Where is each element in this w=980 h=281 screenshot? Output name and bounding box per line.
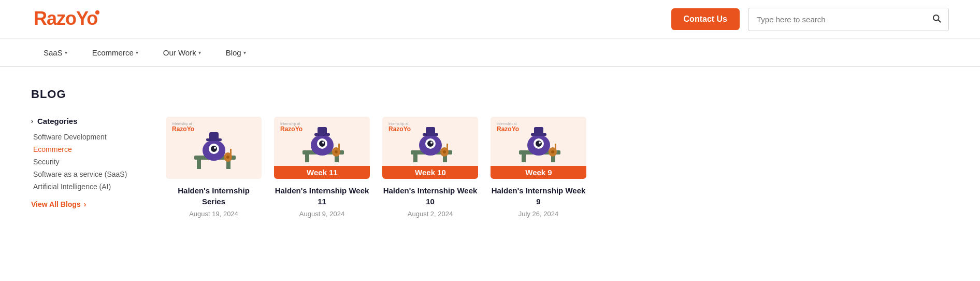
svg-rect-64 <box>534 127 543 135</box>
svg-point-50 <box>443 150 446 153</box>
svg-point-18 <box>226 156 229 159</box>
svg-point-44 <box>427 140 434 147</box>
card-date-series: August 19, 2024 <box>166 210 262 218</box>
blog-title: BLOG <box>31 88 949 101</box>
svg-point-61 <box>536 140 542 147</box>
main-nav: SaaS ▾ Ecommerce ▾ Our Work ▾ Blog ▾ <box>0 39 980 67</box>
blog-card-series[interactable]: Internship at RazoYo <box>166 117 262 218</box>
sidebar: › Categories Software Development Ecomme… <box>31 117 145 218</box>
svg-text:RazoYo: RazoYo <box>34 8 97 29</box>
search-input[interactable] <box>748 10 925 29</box>
svg-rect-17 <box>230 149 232 159</box>
blog-card-week9[interactable]: Internship at RazoYo <box>491 117 586 218</box>
svg-point-67 <box>551 150 554 153</box>
category-item-saas[interactable]: Software as a service (SaaS) <box>33 170 145 178</box>
svg-line-3 <box>939 20 941 22</box>
header-right: Contact Us <box>671 8 949 31</box>
logo[interactable]: RazoYo <box>31 5 104 33</box>
svg-point-45 <box>430 142 433 144</box>
categories-label: Categories <box>37 117 78 125</box>
category-item-security[interactable]: Security <box>33 158 145 166</box>
logo-svg: RazoYo <box>31 5 104 31</box>
nav-item-ecommerce[interactable]: Ecommerce ▾ <box>80 39 151 66</box>
svg-point-13 <box>214 147 216 149</box>
header: RazoYo Contact Us <box>0 0 980 39</box>
svg-rect-40 <box>413 154 417 162</box>
arrow-right-icon: › <box>84 200 87 208</box>
svg-point-1 <box>95 10 99 15</box>
svg-text:Week 11: Week 11 <box>307 168 338 177</box>
card-title-week10: Halden's Internship Week 10 <box>382 185 478 207</box>
card-date-week9: July 26, 2024 <box>491 210 586 218</box>
svg-text:RazoYo: RazoYo <box>388 125 411 133</box>
svg-point-62 <box>539 142 541 144</box>
chevron-down-icon: ▾ <box>198 50 201 55</box>
card-illustration-week11: Internship at RazoYo <box>274 117 370 179</box>
svg-text:Week 9: Week 9 <box>525 168 552 177</box>
blog-cards: Internship at RazoYo <box>166 117 949 218</box>
svg-rect-32 <box>338 144 340 154</box>
card-image-week10: Internship at RazoYo <box>382 117 478 179</box>
card-illustration-series: Internship at RazoYo <box>166 117 262 179</box>
categories-toggle[interactable]: › Categories <box>31 117 145 125</box>
main-content: BLOG › Categories Software Development E… <box>0 67 980 238</box>
svg-text:Week 10: Week 10 <box>415 168 446 177</box>
svg-point-2 <box>933 15 939 21</box>
card-date-week11: August 9, 2024 <box>274 210 370 218</box>
svg-point-12 <box>211 146 217 152</box>
card-image-week11: Internship at RazoYo <box>274 117 370 179</box>
chevron-down-icon: ▾ <box>65 50 67 55</box>
card-image-series: Internship at RazoYo <box>166 117 262 179</box>
svg-rect-57 <box>522 154 526 162</box>
svg-rect-23 <box>305 154 309 162</box>
category-item-ecommerce[interactable]: Ecommerce <box>33 145 145 153</box>
category-item-software-dev[interactable]: Software Development <box>33 133 145 141</box>
svg-rect-49 <box>446 144 448 154</box>
card-date-week10: August 2, 2024 <box>382 210 478 218</box>
svg-rect-30 <box>318 127 327 135</box>
category-item-ai[interactable]: Artificial Intelligence (AI) <box>33 182 145 191</box>
svg-point-28 <box>322 142 324 144</box>
card-title-week11: Halden's Internship Week 11 <box>274 185 370 207</box>
contact-us-button[interactable]: Contact Us <box>671 8 740 30</box>
svg-rect-8 <box>197 160 201 169</box>
blog-layout: › Categories Software Development Ecomme… <box>31 117 949 218</box>
svg-text:RazoYo: RazoYo <box>172 125 194 133</box>
svg-rect-66 <box>555 144 556 154</box>
blog-card-week11[interactable]: Internship at RazoYo <box>274 117 370 218</box>
nav-item-saas[interactable]: SaaS ▾ <box>31 39 80 66</box>
category-list: Software Development Ecommerce Security … <box>31 133 145 191</box>
search-icon <box>932 13 941 23</box>
nav-item-our-work[interactable]: Our Work ▾ <box>151 39 213 66</box>
card-title-series: Halden's Internship Series <box>166 185 262 207</box>
blog-card-week10[interactable]: Internship at RazoYo <box>382 117 478 218</box>
svg-rect-15 <box>209 132 219 140</box>
chevron-down-icon: ▾ <box>136 50 138 55</box>
search-wrapper <box>748 8 949 31</box>
nav-item-blog[interactable]: Blog ▾ <box>213 39 258 66</box>
search-button[interactable] <box>925 8 948 31</box>
view-all-blogs-link[interactable]: View All Blogs › <box>31 200 145 208</box>
svg-rect-47 <box>426 127 435 135</box>
svg-text:RazoYo: RazoYo <box>497 125 519 133</box>
chevron-down-icon: ▾ <box>243 50 246 55</box>
svg-point-33 <box>335 150 338 153</box>
card-image-week9: Internship at RazoYo <box>491 117 586 179</box>
svg-text:RazoYo: RazoYo <box>280 125 302 133</box>
card-illustration-week10: Internship at RazoYo <box>382 117 478 179</box>
svg-point-27 <box>319 140 325 147</box>
chevron-right-icon: › <box>31 118 33 125</box>
card-illustration-week9: Internship at RazoYo <box>491 117 586 179</box>
card-title-week9: Halden's Internship Week 9 <box>491 185 586 207</box>
